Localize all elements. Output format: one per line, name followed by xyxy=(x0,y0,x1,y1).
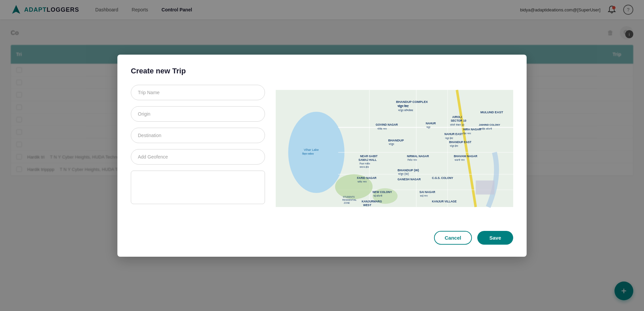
svg-text:NIRMAL NAGAR: NIRMAL NAGAR xyxy=(407,154,429,158)
svg-text:भांडुप (W): भांडुप (W) xyxy=(398,172,409,176)
svg-text:NEAR GABIT: NEAR GABIT xyxy=(360,154,378,158)
geofence-input[interactable] xyxy=(131,149,265,165)
svg-text:हिरा नगर: हिरा नगर xyxy=(463,132,471,135)
trip-name-input[interactable] xyxy=(131,85,265,100)
svg-text:RESIDENTIAL: RESIDENTIAL xyxy=(342,199,357,201)
svg-text:जयहिंद कॉलनी: जयहिंद कॉलनी xyxy=(479,127,492,130)
svg-text:JAIHIND COLONY: JAIHIND COLONY xyxy=(479,123,500,126)
svg-text:AIROLI: AIROLI xyxy=(452,115,462,119)
svg-text:NEW COLONY: NEW COLONY xyxy=(373,190,392,193)
svg-text:भांडुप ईस्ट: भांडुप ईस्ट xyxy=(450,144,459,147)
svg-text:गोविंद नगर: गोविंद नगर xyxy=(377,127,387,130)
svg-point-6 xyxy=(288,112,344,193)
svg-text:भावानी नगर: भावानी नगर xyxy=(454,158,465,161)
modal-body: Vihar Lake विहार सरोवर xyxy=(131,85,513,212)
svg-text:नाहुर: नाहुर xyxy=(426,125,431,128)
svg-text:Vihar Lake: Vihar Lake xyxy=(304,148,319,151)
svg-text:FARID NAGAR: FARID NAGAR xyxy=(357,176,376,179)
svg-text:एरोली सेक्टर 10: एरोली सेक्टर 10 xyxy=(450,123,464,126)
save-button[interactable]: Save xyxy=(477,231,513,245)
svg-text:BHANDUP: BHANDUP xyxy=(388,139,404,142)
svg-text:निअर गाबीत: निअर गाबीत xyxy=(359,162,370,165)
svg-text:MULUND EAST: MULUND EAST xyxy=(480,111,503,114)
svg-text:C.G.S. COLONY: C.G.S. COLONY xyxy=(432,176,453,179)
svg-text:KANJUR VILLAGE: KANJUR VILLAGE xyxy=(432,199,457,203)
svg-text:BHANDUP COMPLEX: BHANDUP COMPLEX xyxy=(396,100,428,104)
svg-text:WEST: WEST xyxy=(363,203,372,206)
svg-text:SECTOR 10: SECTOR 10 xyxy=(451,119,467,122)
modal-overlay: Create new Trip Vihar Lake विहार सरोवर xyxy=(0,0,644,311)
modal-form xyxy=(131,85,265,212)
svg-text:KANJURMARG: KANJURMARG xyxy=(362,199,382,203)
svg-text:STUDENTS: STUDENTS xyxy=(343,195,355,198)
svg-text:नई कॉलनी: नई कॉलनी xyxy=(373,194,382,197)
svg-text:नाहुर ईस्ट: नाहुर ईस्ट xyxy=(445,136,453,139)
modal-title: Create new Trip xyxy=(131,67,513,75)
svg-text:NAHUR: NAHUR xyxy=(426,121,436,125)
svg-text:समाज हॉल: समाज हॉल xyxy=(359,166,369,169)
svg-text:HIRA NAGAR: HIRA NAGAR xyxy=(463,128,481,131)
svg-text:भांडुप कॉम्प्लेक्स: भांडुप कॉम्प्लेक्स xyxy=(398,108,413,112)
svg-text:GANESH NAGAR: GANESH NAGAR xyxy=(397,178,421,181)
svg-text:ZONE: ZONE xyxy=(344,202,350,204)
svg-text:SAI NAGAR: SAI NAGAR xyxy=(420,190,435,193)
svg-text:BHAVANI NAGAR: BHAVANI NAGAR xyxy=(454,154,477,158)
svg-rect-19 xyxy=(476,180,494,194)
svg-text:भांडुप वेस्ट: भांडुप वेस्ट xyxy=(397,104,409,108)
svg-text:साई नगर: साई नगर xyxy=(420,194,428,197)
svg-text:GOVIND NAGAR: GOVIND NAGAR xyxy=(376,123,398,126)
svg-text:विहार सरोवर: विहार सरोवर xyxy=(302,152,314,156)
modal-footer: Cancel Save xyxy=(131,226,513,245)
svg-text:BHANDUP (W): BHANDUP (W) xyxy=(397,168,419,172)
svg-text:SAMAJ HALL: SAMAJ HALL xyxy=(359,158,377,161)
svg-text:NAHUR EAST: NAHUR EAST xyxy=(444,132,463,136)
svg-text:फरीद नगर: फरीद नगर xyxy=(357,180,367,183)
origin-input[interactable] xyxy=(131,106,265,122)
modal-map: Vihar Lake विहार सरोवर xyxy=(276,85,513,212)
cancel-button[interactable]: Cancel xyxy=(434,231,472,245)
notes-textarea[interactable] xyxy=(131,171,265,204)
svg-text:BHANDUP EAST: BHANDUP EAST xyxy=(449,140,472,143)
svg-text:निर्मल नगर: निर्मल नगर xyxy=(407,158,417,161)
create-trip-modal: Create new Trip Vihar Lake विहार सरोवर xyxy=(117,55,527,257)
svg-text:भांडुप: भांडुप xyxy=(389,142,394,146)
destination-input[interactable] xyxy=(131,128,265,143)
